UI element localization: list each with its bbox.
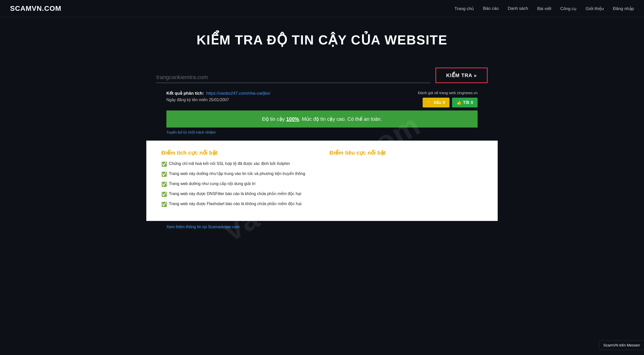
rating-buttons: 👎 Xấu 0 👍 Tốt 0 (423, 98, 478, 107)
nav-bao-cao[interactable]: Báo cáo (483, 6, 499, 11)
nav-gioi-thieu[interactable]: Giới thiệu (586, 6, 604, 11)
analysis-label: Kết quả phân tích: (166, 91, 204, 96)
disclaimer: Tuyên bố từ chối trách nhiệm (166, 130, 478, 135)
search-bar: KIỂM TRA » (146, 68, 498, 83)
trust-bar: Độ tin cậy 100%. Mức độ tin cậy cao. Có … (166, 110, 478, 128)
disclaimer-link[interactable]: Tuyên bố từ chối trách nhiệm (166, 130, 216, 134)
hero-section: KIỂM TRA ĐỘ TIN CẬY CỦA WEBSITE (0, 17, 644, 68)
points-section: Điểm tích cực nổi bật ✅ Chứng chỉ mã hoá… (146, 141, 498, 221)
negative-title: Điểm tiêu cực nổi bật (330, 150, 483, 156)
list-item: ✅ Trang web này được DNSFilter báo cáo l… (161, 191, 314, 198)
trust-bar-text-post: . Mức độ tin cậy cao. Có thể an toàn. (299, 116, 382, 122)
nav-bai-viet[interactable]: Bài viết (537, 6, 551, 11)
scamadviser-link[interactable]: Xem thêm thông tin tại Scamadviser.com (166, 225, 240, 229)
tot-count: 0 (471, 100, 473, 105)
logo: SCAMVN.COM (10, 5, 61, 13)
list-item: ✅ Trang web này dường như tập trung vào … (161, 171, 314, 178)
list-item: ✅ Trang web này được Flashstart báo cáo … (161, 201, 314, 208)
result-info: Kết quả phân tích: https://vaobo247.com/… (166, 91, 478, 107)
positive-item-2: Trang web dường như cung cấp nội dung gi… (169, 181, 255, 187)
search-input[interactable] (156, 74, 430, 81)
page-title: KIỂM TRA ĐỘ TIN CẬY CỦA WEBSITE (10, 32, 634, 47)
nav-danh-sach[interactable]: Danh sách (508, 6, 528, 11)
check-icon: ✅ (161, 201, 167, 208)
check-icon: ✅ (161, 191, 167, 198)
search-input-wrapper (156, 74, 430, 83)
positive-title: Điểm tích cực nổi bật (161, 150, 314, 156)
check-icon: ✅ (161, 161, 167, 168)
rating-label: Đánh giá về trang web zingnews.vn (418, 91, 478, 95)
positive-item-3: Trang web này được DNSFilter báo cáo là … (169, 191, 301, 197)
main-nav: Trang chủ Báo cáo Danh sách Bài viết Côn… (455, 6, 634, 11)
xau-count: 0 (443, 100, 445, 105)
check-icon: ✅ (161, 171, 167, 178)
positive-list: ✅ Chứng chỉ mã hoá kết nối SSL hợp lệ đã… (161, 161, 314, 208)
nav-cong-cu[interactable]: Công cụ (560, 6, 576, 11)
thumbup-icon: 👍 (457, 100, 462, 105)
list-item: ✅ Trang web dường như cung cấp nội dung … (161, 181, 314, 188)
search-button[interactable]: KIỂM TRA » (435, 68, 488, 83)
list-item: ✅ Chứng chỉ mã hoá kết nối SSL hợp lệ đã… (161, 161, 314, 168)
btn-xau[interactable]: 👎 Xấu 0 (423, 98, 449, 107)
rating-box: Đánh giá về trang web zingnews.vn 👎 Xấu … (418, 91, 478, 107)
positive-points-col: Điểm tích cực nổi bật ✅ Chứng chỉ mã hoá… (161, 150, 314, 211)
bottom-link-section: Xem thêm thông tin tại Scamadviser.com (146, 221, 498, 233)
thumbdown-icon: 👎 (427, 100, 432, 105)
positive-item-4: Trang web này được Flashstart báo cáo là… (169, 201, 301, 207)
analysis-url[interactable]: https://vaobo247.com/nha-cai/jbo/ (206, 91, 270, 96)
result-left: Kết quả phân tích: https://vaobo247.com/… (166, 91, 270, 104)
nav-dang-nhap[interactable]: Đăng nhập (613, 6, 634, 11)
trust-percent: 100% (286, 116, 299, 122)
check-icon: ✅ (161, 181, 167, 188)
results-section: Kết quả phân tích: https://vaobo247.com/… (146, 91, 498, 135)
xau-label: Xấu (434, 100, 441, 105)
header: SCAMVN.COM Trang chủ Báo cáo Danh sách B… (0, 0, 644, 17)
reg-date: Ngày đăng ký tên miền 25/01/2007 (166, 97, 270, 102)
nav-trang-chu[interactable]: Trang chủ (455, 6, 474, 11)
btn-tot[interactable]: 👍 Tốt 0 (452, 98, 478, 107)
messenger-badge[interactable]: ScamVN trên Messen (599, 340, 644, 350)
positive-item-1: Trang web này dường như tập trung vào ti… (169, 171, 305, 177)
positive-item-0: Chứng chỉ mã hoá kết nối SSL hợp lệ đã đ… (169, 161, 290, 167)
tot-label: Tốt (463, 100, 469, 105)
negative-points-col: Điểm tiêu cực nổi bật (330, 150, 483, 211)
trust-bar-text-pre: Độ tin cậy (262, 116, 286, 122)
